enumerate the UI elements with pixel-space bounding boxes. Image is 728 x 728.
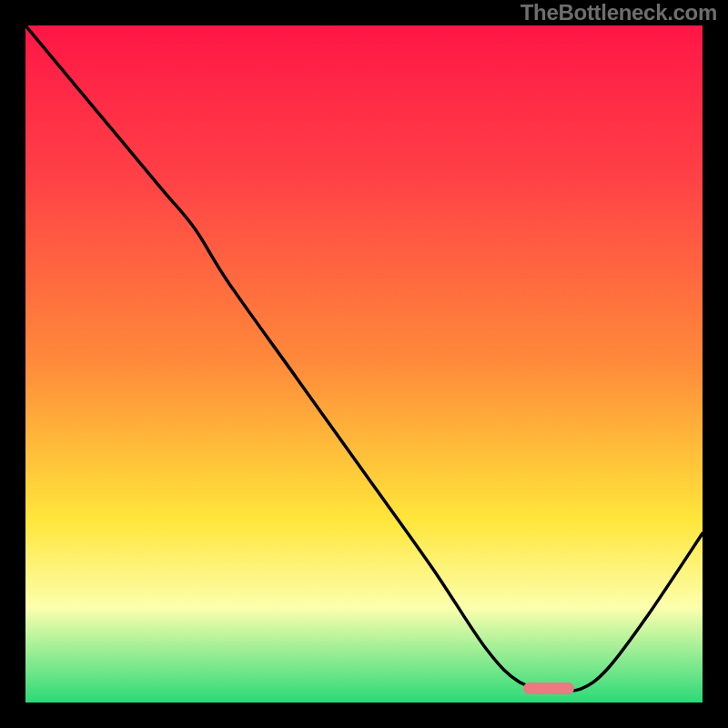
chart-frame: TheBottleneck.com (0, 0, 728, 728)
gradient-background (25, 25, 703, 703)
watermark-text: TheBottleneck.com (521, 0, 717, 25)
plot-area (25, 25, 703, 703)
gradient-rect (25, 25, 703, 703)
valley-highlight-marker (523, 682, 574, 694)
